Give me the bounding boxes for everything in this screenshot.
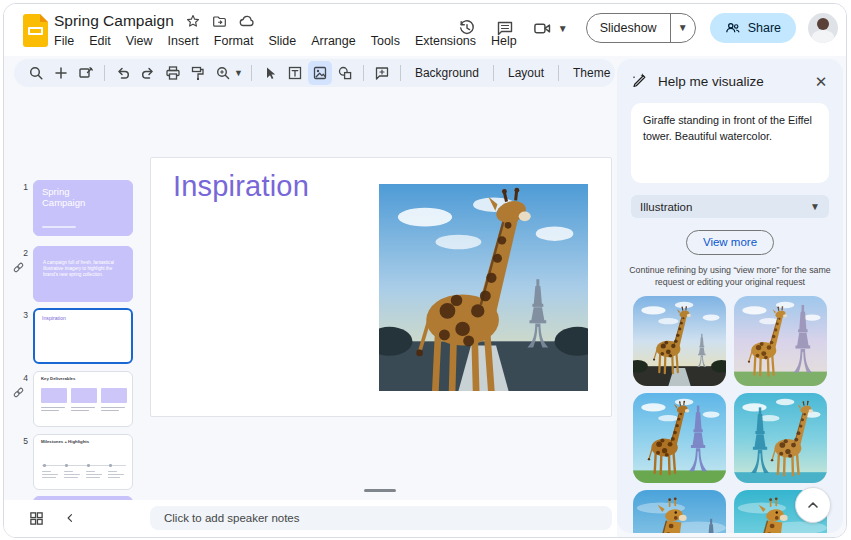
meet-camera-icon[interactable] <box>530 15 556 41</box>
slideshow-caret-icon[interactable]: ▼ <box>670 14 695 42</box>
background-button[interactable]: Background <box>407 66 487 80</box>
menu-file[interactable]: File <box>54 34 74 48</box>
speaker-notes-input[interactable]: Click to add speaker notes <box>150 506 612 530</box>
generated-image-thumbnail-3[interactable] <box>633 393 726 483</box>
style-selected-value: Illustration <box>640 201 692 213</box>
insert-comment-icon[interactable] <box>370 61 394 85</box>
generated-image-thumbnail-2[interactable] <box>734 296 827 386</box>
undo-icon[interactable] <box>111 61 135 85</box>
print-icon[interactable] <box>161 61 185 85</box>
slides-logo[interactable] <box>23 14 48 47</box>
slide-thumbnail-3-selected[interactable]: Inspiration <box>33 308 133 364</box>
star-icon[interactable] <box>185 13 201 29</box>
app-bar: Spring Campaign File Edit View Insert Fo… <box>4 4 846 56</box>
generated-image-thumbnail-4[interactable] <box>734 393 827 483</box>
slides-logo-slide-glyph <box>28 27 43 35</box>
paint-format-icon[interactable] <box>186 61 210 85</box>
menu-tools[interactable]: Tools <box>371 34 400 48</box>
style-dropdown[interactable]: Illustration ▼ <box>631 195 829 218</box>
generated-image-thumbnail-1[interactable] <box>633 296 726 386</box>
style-caret-icon: ▼ <box>810 201 820 212</box>
slide-thumbnail-4[interactable]: Key Deliverables <box>33 371 133 427</box>
slide-number: 1 <box>10 182 28 192</box>
edit-slide-icon[interactable] <box>74 61 98 85</box>
menu-arrange[interactable]: Arrange <box>311 34 355 48</box>
document-title[interactable]: Spring Campaign <box>54 12 174 30</box>
select-cursor-icon[interactable] <box>258 61 282 85</box>
cloud-saved-icon[interactable] <box>239 13 255 29</box>
menu-insert[interactable]: Insert <box>168 34 199 48</box>
slide-title-text[interactable]: Inspiration <box>173 170 309 203</box>
version-history-icon[interactable] <box>454 15 480 41</box>
meet-caret-icon[interactable]: ▼ <box>558 23 568 34</box>
slide-number: 2 <box>10 248 28 258</box>
slide-number: 3 <box>10 310 28 320</box>
bottom-bar: Click to add speaker notes <box>4 500 617 537</box>
linked-slide-icon <box>12 385 26 399</box>
slide-number: 4 <box>10 373 28 383</box>
slide-thumbnail-5[interactable]: Milestones + Highlights <box>33 434 133 490</box>
refine-hint-text: Continue refining by using “view more” f… <box>625 264 835 289</box>
redo-icon[interactable] <box>136 61 160 85</box>
linked-slide-icon <box>12 260 26 274</box>
menu-format[interactable]: Format <box>214 34 254 48</box>
account-avatar[interactable] <box>808 13 838 43</box>
zoom-caret-icon[interactable]: ▼ <box>234 68 243 78</box>
share-label: Share <box>748 21 781 35</box>
slideshow-button[interactable]: Slideshow ▼ <box>586 13 696 43</box>
slide-number: 5 <box>10 436 28 446</box>
share-button[interactable]: Share <box>710 13 796 43</box>
comments-icon[interactable] <box>492 15 518 41</box>
prompt-input[interactable]: Giraffe standing in front of the Eiffel … <box>631 103 829 183</box>
layout-button[interactable]: Layout <box>500 66 552 80</box>
panel-title: Help me visualize <box>658 74 811 89</box>
slideshow-label: Slideshow <box>587 21 670 35</box>
zoom-icon[interactable] <box>211 61 235 85</box>
inserted-giraffe-image[interactable] <box>379 184 588 391</box>
people-icon <box>725 20 741 36</box>
theme-button[interactable]: Theme <box>565 66 618 80</box>
menu-view[interactable]: View <box>126 34 153 48</box>
menu-edit[interactable]: Edit <box>89 34 111 48</box>
collapse-filmstrip-icon[interactable] <box>62 510 78 526</box>
app-window: Spring Campaign File Edit View Insert Fo… <box>3 3 847 538</box>
canvas-horizontal-scrollbar[interactable] <box>364 489 396 492</box>
slide-canvas[interactable]: Inspiration <box>150 157 612 417</box>
grid-view-icon[interactable] <box>26 508 46 528</box>
slide-filmstrip: 1 Spring Campaign 2 A campaign full of f… <box>4 90 150 537</box>
magic-pencil-icon <box>631 71 648 92</box>
text-box-icon[interactable] <box>283 61 307 85</box>
slide-thumbnail-1[interactable]: Spring Campaign <box>33 180 133 236</box>
new-slide-icon[interactable] <box>49 61 73 85</box>
help-me-visualize-panel: Help me visualize ✕ Giraffe standing in … <box>617 59 843 533</box>
toolbar: ▼ Background Layout Theme Transition <box>14 59 615 87</box>
menu-slide[interactable]: Slide <box>268 34 296 48</box>
slide-thumbnail-2[interactable]: A campaign full of fresh, fantastical il… <box>33 246 133 302</box>
move-folder-icon[interactable] <box>212 13 228 29</box>
view-more-button[interactable]: View more <box>686 230 774 255</box>
close-panel-icon[interactable]: ✕ <box>811 72 831 92</box>
generated-image-thumbnail-5[interactable] <box>633 490 726 533</box>
insert-shape-icon[interactable] <box>333 61 357 85</box>
scroll-to-top-button[interactable] <box>795 487 831 523</box>
insert-image-icon[interactable] <box>308 61 332 85</box>
search-menus-icon[interactable] <box>24 61 48 85</box>
